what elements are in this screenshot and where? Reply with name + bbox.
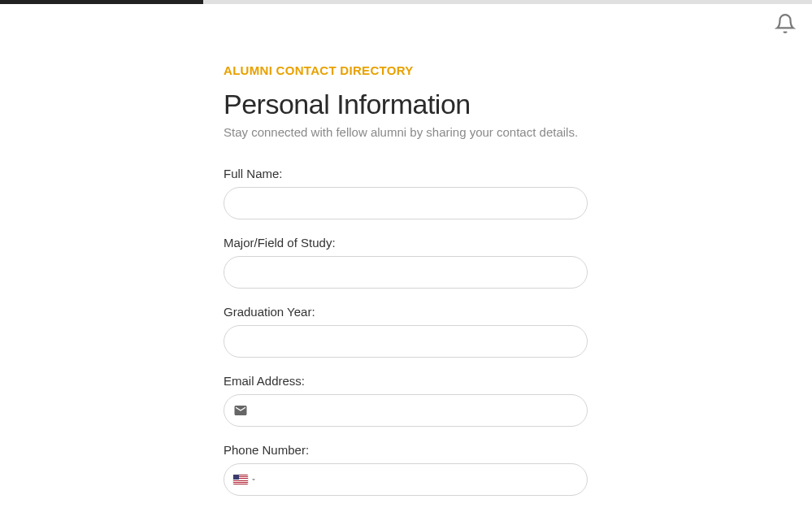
- field-grad-year: Graduation Year:: [224, 305, 588, 358]
- major-input[interactable]: [224, 256, 588, 289]
- field-email: Email Address:: [224, 374, 588, 427]
- form-container: ALUMNI CONTACT DIRECTORY Personal Inform…: [224, 63, 588, 508]
- bell-icon: [775, 13, 796, 34]
- phone-input[interactable]: [224, 463, 588, 496]
- full-name-input[interactable]: [224, 187, 588, 219]
- chevron-down-icon: [250, 475, 258, 484]
- full-name-label: Full Name:: [224, 167, 588, 180]
- field-phone: Phone Number:: [224, 443, 588, 496]
- phone-country-select[interactable]: [233, 475, 258, 484]
- page-subtitle: Stay connected with fellow alumni by sha…: [224, 125, 588, 139]
- field-major: Major/Field of Study:: [224, 236, 588, 289]
- notifications-button[interactable]: [773, 11, 797, 36]
- grad-year-input[interactable]: [224, 325, 588, 358]
- email-label: Email Address:: [224, 374, 588, 388]
- eyebrow-title: ALUMNI CONTACT DIRECTORY: [224, 63, 588, 77]
- phone-label: Phone Number:: [224, 443, 588, 457]
- us-flag-icon: [233, 475, 248, 484]
- progress-fill: [0, 0, 203, 4]
- field-full-name: Full Name:: [224, 167, 588, 219]
- email-input[interactable]: [224, 394, 588, 427]
- major-label: Major/Field of Study:: [224, 236, 588, 250]
- page-title: Personal Information: [224, 89, 588, 120]
- grad-year-label: Graduation Year:: [224, 305, 588, 319]
